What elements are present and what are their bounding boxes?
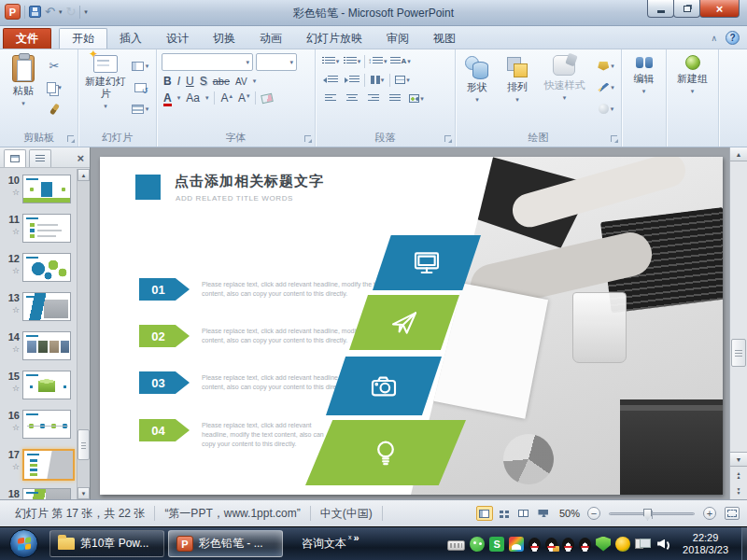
align-left-button[interactable] bbox=[321, 91, 340, 106]
font-dialog-launcher-icon[interactable] bbox=[304, 135, 311, 142]
slide-list-item[interactable]: 02 Please replace text, click add releva… bbox=[139, 325, 388, 347]
qq-2-icon[interactable] bbox=[562, 538, 574, 552]
grow-font-button[interactable]: A▴ bbox=[220, 91, 233, 105]
paste-button[interactable]: 粘贴▾ bbox=[4, 52, 43, 132]
monitor-icon[interactable] bbox=[373, 235, 481, 290]
section-button[interactable]: ▾ bbox=[129, 100, 151, 118]
fit-to-window-icon[interactable] bbox=[725, 507, 740, 520]
tab-插入[interactable]: 插入 bbox=[107, 28, 154, 49]
text-shadow-button[interactable]: S bbox=[200, 75, 207, 88]
zoom-slider[interactable] bbox=[609, 512, 695, 515]
strikethrough-button[interactable]: abe bbox=[213, 76, 230, 87]
new-slide-button[interactable]: 新建幻灯片▾ bbox=[82, 52, 129, 132]
item-number-badge[interactable]: 02 bbox=[139, 325, 190, 347]
increase-indent-button[interactable] bbox=[343, 72, 361, 88]
line-spacing-button[interactable]: ↕▾ bbox=[368, 53, 388, 69]
format-painter-button[interactable] bbox=[43, 100, 65, 118]
slide-title[interactable]: 点击添加相关标题文字 bbox=[175, 173, 324, 190]
title-accent-square[interactable] bbox=[135, 175, 161, 200]
qq-folder-icon[interactable] bbox=[545, 538, 557, 552]
slide-editor[interactable]: 点击添加相关标题文字 ADD RELATED TITLE WORDS 01 Pl… bbox=[100, 157, 723, 495]
keyboard-icon[interactable] bbox=[447, 540, 465, 551]
item-text[interactable]: Please replace text, click add relevant … bbox=[202, 278, 388, 301]
next-slide-button[interactable]: ▼▼ bbox=[730, 483, 747, 500]
text-direction-button[interactable]: A▾ bbox=[390, 53, 411, 69]
clipboard-dialog-launcher-icon[interactable] bbox=[67, 135, 74, 142]
coin-icon[interactable] bbox=[615, 537, 630, 552]
italic-button[interactable]: I bbox=[177, 75, 180, 88]
sogou-icon[interactable]: S bbox=[489, 537, 504, 552]
help-icon[interactable]: ? bbox=[726, 31, 740, 45]
network-icon[interactable] bbox=[635, 537, 652, 552]
taskbar-task-button[interactable]: 第10章 Pow... bbox=[49, 530, 164, 557]
clear-formatting-icon[interactable] bbox=[261, 92, 275, 103]
layout-button[interactable]: ▾ bbox=[129, 57, 151, 75]
slideshow-view-button[interactable] bbox=[535, 506, 552, 521]
taskbar-task-button[interactable]: P彩色铅笔 - ... bbox=[168, 530, 283, 557]
align-center-button[interactable] bbox=[343, 91, 361, 106]
powerpoint-icon[interactable]: P bbox=[5, 4, 21, 20]
decrease-indent-button[interactable] bbox=[321, 72, 340, 88]
save-icon[interactable] bbox=[29, 6, 41, 18]
drawing-dialog-launcher-icon[interactable] bbox=[611, 135, 617, 142]
panel-scroll-thumb[interactable] bbox=[78, 429, 90, 460]
item-text[interactable]: Please replace text, click add relevant … bbox=[202, 419, 325, 449]
minimize-button[interactable] bbox=[647, 0, 674, 18]
qq-3-icon[interactable] bbox=[579, 538, 591, 552]
item-number-badge[interactable]: 01 bbox=[139, 278, 190, 301]
tab-审阅[interactable]: 审阅 bbox=[374, 28, 421, 49]
shapes-button[interactable]: 形状▾ bbox=[459, 52, 495, 132]
tab-开始[interactable]: 开始 bbox=[59, 28, 107, 49]
scroll-down-icon[interactable]: ▼ bbox=[730, 452, 747, 466]
zoom-in-icon[interactable]: + bbox=[703, 507, 716, 520]
collapse-ribbon-icon[interactable]: ∧ bbox=[711, 34, 717, 43]
shape-outline-button[interactable]: ▾ bbox=[595, 78, 617, 96]
quick-styles-button[interactable]: 快速样式▾ bbox=[540, 52, 589, 132]
light-bulb-icon[interactable] bbox=[305, 420, 466, 485]
undo-icon[interactable]: ↶ bbox=[45, 6, 55, 18]
language-status[interactable]: 中文(中国) bbox=[311, 506, 383, 521]
shape-fill-button[interactable]: ▾ bbox=[595, 57, 617, 75]
slide-list-item[interactable]: 04 Please replace text, click add releva… bbox=[139, 419, 325, 449]
paper-plane-icon[interactable] bbox=[349, 295, 459, 350]
font-size-select[interactable]: ▾ bbox=[256, 53, 297, 71]
numbering-button[interactable]: ▾ bbox=[343, 53, 361, 69]
bullets-button[interactable]: ▾ bbox=[321, 53, 340, 69]
reset-button[interactable] bbox=[129, 78, 151, 96]
shape-effects-button[interactable]: ▾ bbox=[595, 100, 617, 118]
rainbow-icon[interactable] bbox=[509, 537, 524, 552]
panel-scroll-track[interactable] bbox=[78, 181, 90, 487]
reading-view-button[interactable] bbox=[515, 506, 532, 521]
paragraph-dialog-launcher-icon[interactable] bbox=[444, 135, 451, 142]
toolbar-label[interactable]: 咨询文本 bbox=[302, 536, 346, 552]
scroll-up-icon[interactable]: ▲ bbox=[78, 169, 90, 181]
columns-button[interactable]: ▾ bbox=[368, 72, 387, 88]
copy-button[interactable]: ▾ bbox=[43, 78, 65, 96]
customize-quick-access-icon[interactable]: ▾ bbox=[84, 8, 88, 16]
close-panel-icon[interactable]: × bbox=[77, 151, 86, 167]
align-right-button[interactable] bbox=[364, 91, 383, 106]
convert-smartart-button[interactable]: ▾ bbox=[407, 91, 426, 106]
close-button[interactable]: × bbox=[699, 0, 740, 18]
slide-sorter-view-button[interactable] bbox=[496, 506, 513, 521]
scroll-up-icon[interactable]: ▲ bbox=[730, 147, 747, 161]
slide-list-item[interactable]: 01 Please replace text, click add releva… bbox=[139, 278, 388, 301]
tab-视图[interactable]: 视图 bbox=[421, 28, 468, 49]
start-button[interactable] bbox=[9, 529, 38, 558]
shrink-font-button[interactable]: A▾ bbox=[238, 91, 250, 105]
file-tab[interactable]: 文件 bbox=[3, 28, 51, 49]
undo-dropdown-icon[interactable]: ▾ bbox=[59, 8, 63, 16]
volume-icon[interactable] bbox=[656, 537, 671, 552]
slides-tab[interactable] bbox=[4, 149, 26, 167]
toolbar-close-icon[interactable]: x bbox=[348, 534, 352, 540]
normal-view-button[interactable] bbox=[476, 506, 493, 521]
font-name-select[interactable]: ▾ bbox=[162, 53, 253, 71]
previous-slide-button[interactable]: ▲▲ bbox=[730, 467, 747, 483]
slide-subtitle[interactable]: ADD RELATED TITLE WORDS bbox=[176, 194, 293, 203]
redo-icon[interactable]: ↻ bbox=[65, 6, 76, 18]
camera-icon[interactable] bbox=[326, 357, 442, 415]
outline-tab[interactable] bbox=[29, 149, 51, 167]
scroll-thumb[interactable] bbox=[731, 339, 746, 367]
editing-button[interactable]: 编辑▾ bbox=[626, 52, 662, 132]
justify-button[interactable] bbox=[386, 91, 404, 106]
